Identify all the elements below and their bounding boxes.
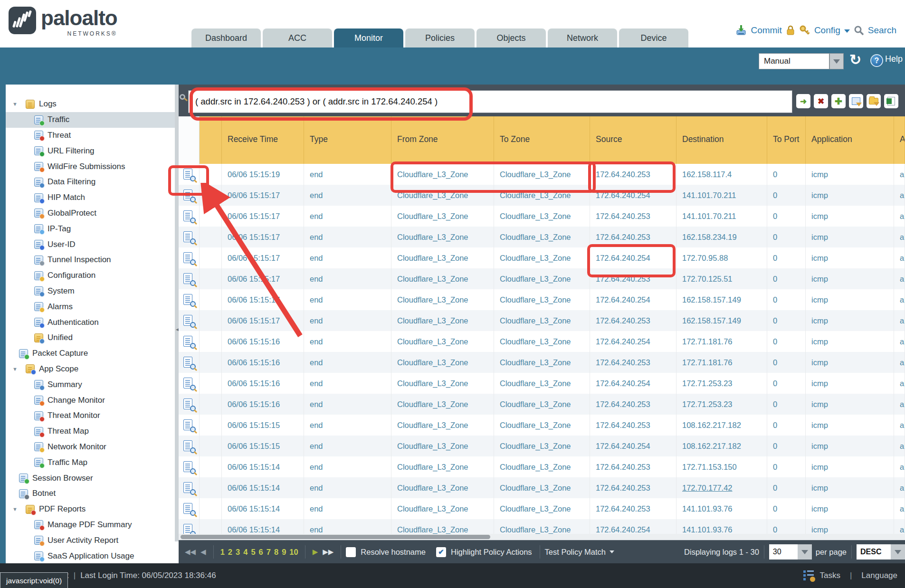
config-caret-icon[interactable]: [844, 29, 850, 33]
cell-source[interactable]: 172.64.240.254: [590, 373, 676, 394]
cell-source[interactable]: 172.64.240.253: [590, 394, 676, 415]
cell-application[interactable]: icmp: [806, 331, 894, 352]
cell-type[interactable]: end: [304, 456, 391, 477]
cell-destination[interactable]: 172.70.177.42: [676, 477, 767, 498]
cell-source[interactable]: 172.64.240.253: [590, 268, 676, 289]
cell-destination[interactable]: 162.158.117.4: [676, 164, 767, 185]
cell-to-port[interactable]: 0: [767, 477, 806, 498]
cell-to-zone[interactable]: Cloudflare_L3_Zone: [494, 247, 590, 268]
cell-receive-time[interactable]: 06/06 15:15:14: [222, 498, 304, 519]
log-detail-icon[interactable]: [183, 231, 194, 243]
cell-to-zone[interactable]: Cloudflare_L3_Zone: [494, 227, 590, 247]
cell-to-port[interactable]: 0: [767, 289, 806, 310]
cell-action[interactable]: al: [894, 477, 905, 498]
cell-from-zone[interactable]: Cloudflare_L3_Zone: [391, 373, 494, 394]
cell-application[interactable]: icmp: [806, 436, 894, 456]
log-detail-icon[interactable]: [183, 190, 194, 201]
sidebar-item-manage-pdf-summary[interactable]: Manage PDF Summary: [6, 517, 175, 533]
cell-application[interactable]: icmp: [806, 456, 894, 477]
cell-type[interactable]: end: [304, 289, 391, 310]
log-detail-icon[interactable]: [183, 378, 194, 389]
cell-destination[interactable]: 172.71.253.23: [676, 373, 767, 394]
cell-destination[interactable]: 172.70.125.51: [676, 268, 767, 289]
cell-action[interactable]: al: [894, 352, 905, 373]
help-icon[interactable]: ?: [870, 54, 883, 67]
language-button[interactable]: Language: [861, 571, 897, 580]
cell-type[interactable]: end: [304, 477, 391, 498]
column-header-col1[interactable]: [200, 116, 222, 164]
cell-action[interactable]: al: [894, 289, 905, 310]
sidebar-item-logs[interactable]: ▼Logs: [6, 96, 175, 112]
cell-source[interactable]: 172.64.240.253: [590, 227, 676, 247]
cell-to-port[interactable]: 0: [767, 206, 806, 227]
commit-icon[interactable]: [735, 25, 747, 36]
log-filter-input[interactable]: [188, 90, 792, 113]
per-page-dropdown-arrow[interactable]: [798, 544, 812, 560]
log-detail-icon[interactable]: [183, 440, 194, 452]
column-header-to-zone[interactable]: To Zone: [494, 116, 590, 164]
page-number-10[interactable]: 10: [289, 548, 298, 557]
cell-type[interactable]: end: [304, 164, 391, 185]
last-page-button[interactable]: ▶▶: [320, 548, 336, 556]
resolve-hostname-checkbox[interactable]: [346, 547, 356, 557]
column-header-to-port[interactable]: To Port: [767, 116, 806, 164]
expand-triangle-icon[interactable]: ▼: [12, 506, 19, 512]
cell-to-port[interactable]: 0: [767, 394, 806, 415]
cell-from-zone[interactable]: Cloudflare_L3_Zone: [391, 498, 494, 519]
log-detail-icon[interactable]: [183, 210, 194, 222]
cell-source[interactable]: 172.64.240.253: [590, 206, 676, 227]
cell-receive-time[interactable]: 06/06 15:15:16: [222, 331, 304, 352]
sidebar-item-summary[interactable]: Summary: [6, 377, 175, 392]
cell-action[interactable]: al: [894, 394, 905, 415]
commit-button[interactable]: Commit: [751, 25, 781, 36]
log-detail-icon[interactable]: [183, 398, 194, 410]
cell-from-zone[interactable]: Cloudflare_L3_Zone: [391, 415, 494, 436]
column-header-application[interactable]: Application: [806, 116, 894, 164]
cell-application[interactable]: icmp: [806, 373, 894, 394]
page-number-9[interactable]: 9: [282, 548, 286, 557]
cell-to-port[interactable]: 0: [767, 310, 806, 331]
cell-to-port[interactable]: 0: [767, 456, 806, 477]
log-detail-icon[interactable]: [183, 336, 194, 348]
refresh-mode-dropdown-arrow[interactable]: [829, 53, 844, 69]
sort-order-select[interactable]: DESC: [857, 544, 891, 560]
sidebar-item-unified[interactable]: Unified: [6, 330, 175, 346]
cell-receive-time[interactable]: 06/06 15:15:16: [222, 394, 304, 415]
tab-device[interactable]: Device: [619, 28, 688, 47]
cell-to-zone[interactable]: Cloudflare_L3_Zone: [494, 394, 590, 415]
cell-to-port[interactable]: 0: [767, 373, 806, 394]
sidebar-item-hip-match[interactable]: HIP Match: [6, 190, 175, 206]
column-header-destination[interactable]: Destination: [676, 116, 767, 164]
page-number-5[interactable]: 5: [251, 548, 255, 557]
sidebar-item-ip-tag[interactable]: IP-Tag: [6, 221, 175, 237]
sidebar-item-traffic-map[interactable]: Traffic Map: [6, 455, 175, 470]
cell-from-zone[interactable]: Cloudflare_L3_Zone: [391, 206, 494, 227]
cell-to-zone[interactable]: Cloudflare_L3_Zone: [494, 456, 590, 477]
column-header-source[interactable]: Source: [590, 116, 676, 164]
cell-type[interactable]: end: [304, 415, 391, 436]
tab-network[interactable]: Network: [548, 28, 617, 47]
export-csv-button[interactable]: [884, 94, 898, 108]
page-number-4[interactable]: 4: [243, 548, 248, 557]
cell-type[interactable]: end: [304, 206, 391, 227]
sidebar-item-packet-capture[interactable]: Packet Capture: [6, 346, 175, 361]
sidebar-item-wildfire-submissions[interactable]: WildFire Submissions: [6, 159, 175, 174]
expand-triangle-icon[interactable]: ▼: [12, 101, 19, 107]
sidebar-item-threat-map[interactable]: Threat Map: [6, 424, 175, 439]
cell-type[interactable]: end: [304, 498, 391, 519]
column-header-ac[interactable]: Ac: [894, 116, 905, 164]
cell-type[interactable]: end: [304, 373, 391, 394]
cell-to-zone[interactable]: Cloudflare_L3_Zone: [494, 352, 590, 373]
cell-source[interactable]: 172.64.240.254: [590, 436, 676, 456]
sidebar-item-network-monitor[interactable]: Network Monitor: [6, 439, 175, 455]
sidebar-item-threat-monitor[interactable]: Threat Monitor: [6, 408, 175, 424]
cell-action[interactable]: al: [894, 415, 905, 436]
cell-destination[interactable]: 162.158.234.19: [676, 227, 767, 247]
prev-page-button[interactable]: ◀: [198, 548, 209, 556]
cell-from-zone[interactable]: Cloudflare_L3_Zone: [391, 289, 494, 310]
cell-action[interactable]: al: [894, 164, 905, 185]
cell-action[interactable]: al: [894, 456, 905, 477]
cell-application[interactable]: icmp: [806, 206, 894, 227]
clear-filter-button[interactable]: ✖: [814, 94, 828, 108]
first-page-button[interactable]: ◀◀: [182, 548, 198, 556]
